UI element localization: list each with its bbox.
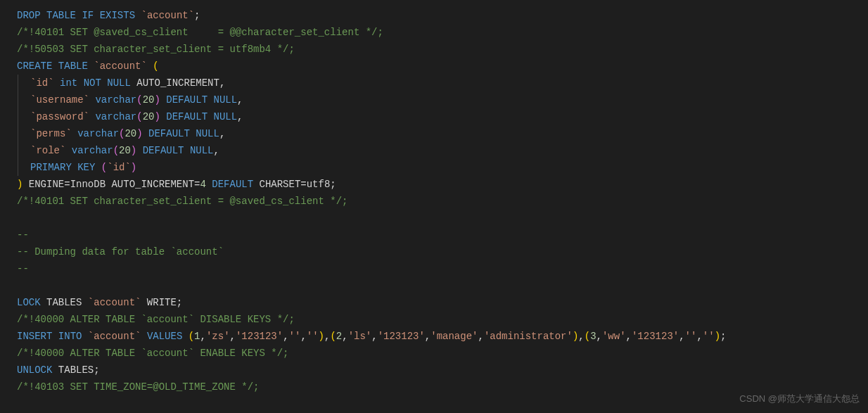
type-varchar: varchar — [95, 94, 136, 106]
auto-increment: AUTO_INCREMENT, — [131, 77, 225, 89]
keyword-values: VALUES — [147, 331, 182, 342]
comma: , — [478, 331, 483, 342]
column-id: `id` — [107, 162, 131, 173]
semicolon: ; — [720, 331, 726, 342]
string-value: '' — [307, 331, 319, 342]
keyword-insert: INSERT — [17, 331, 52, 342]
string-value: '123123' — [378, 331, 425, 342]
engine: ENGINE — [23, 179, 64, 190]
keyword-lock: LOCK — [17, 297, 41, 308]
tables: TABLES — [41, 297, 88, 308]
keyword-not: NOT — [84, 77, 101, 89]
equals: = — [64, 179, 70, 190]
keyword-null: NULL — [213, 94, 237, 106]
keyword-default: DEFAULT — [143, 145, 184, 156]
paren-open: ( — [182, 331, 194, 342]
comma: , — [596, 331, 602, 342]
code-line: `perms` varchar(20) DEFAULT NULL, — [18, 125, 851, 142]
string-value: '' — [703, 331, 715, 342]
keyword-exists: EXISTS — [100, 10, 135, 21]
charset: CHARSET — [253, 179, 300, 190]
code-line: ) ENGINE=InnoDB AUTO_INCREMENT=4 DEFAULT… — [17, 176, 851, 193]
code-line: /*!50503 SET character_set_client = utf8… — [17, 41, 851, 58]
comma: , — [342, 331, 347, 342]
code-line: PRIMARY KEY (`id`) — [18, 159, 851, 176]
keyword-unlock: UNLOCK — [17, 364, 52, 376]
keyword-if: IF — [82, 10, 94, 21]
paren-close: ) — [131, 145, 136, 156]
keyword-key: KEY — [77, 162, 95, 173]
number: 2 — [336, 331, 342, 342]
column-password: `password` — [30, 111, 89, 122]
innodb: InnoDB AUTO_INCREMENT — [70, 179, 194, 190]
paren-open: ( — [113, 145, 119, 156]
code-line: LOCK TABLES `account` WRITE; — [17, 294, 851, 311]
code-line: /*!40000 ALTER TABLE `account` ENABLE KE… — [17, 345, 851, 362]
code-line: -- — [17, 260, 851, 277]
string-value: 'administrator' — [484, 331, 573, 342]
code-line: `role` varchar(20) DEFAULT NULL, — [18, 142, 851, 159]
comment: -- Dumping data for table `account` — [17, 246, 224, 258]
comma: , — [214, 145, 219, 156]
paren-close: ) — [136, 128, 142, 139]
keyword-create: CREATE — [17, 61, 52, 72]
write: WRITE; — [141, 297, 182, 308]
number: 3 — [590, 331, 596, 342]
keyword-default: DEFAULT — [212, 179, 253, 190]
watermark: CSDN @师范大学通信大怨总 — [739, 390, 860, 407]
comment: /*!40000 ALTER TABLE `account` ENABLE KE… — [17, 348, 288, 359]
keyword-null: NULL — [190, 145, 214, 156]
identifier-account: `account` — [88, 331, 141, 342]
code-line: `username` varchar(20) DEFAULT NULL, — [18, 91, 851, 108]
comment: /*!40103 SET TIME_ZONE=@OLD_TIME_ZONE */… — [17, 381, 259, 393]
type-varchar: varchar — [72, 145, 113, 156]
keyword-default: DEFAULT — [166, 94, 208, 106]
code-line: `password` varchar(20) DEFAULT NULL, — [18, 108, 851, 125]
code-editor[interactable]: DROP TABLE IF EXISTS `account`; /*!40101… — [0, 7, 868, 395]
comma: , — [300, 331, 306, 342]
code-line: /*!40000 ALTER TABLE `account` DISABLE K… — [17, 311, 851, 328]
identifier-account: `account` — [94, 61, 147, 72]
paren-close: ) — [154, 94, 160, 106]
paren-open: ( — [585, 331, 590, 342]
comma: , — [237, 94, 243, 106]
comment: /*!50503 SET character_set_client = utf8… — [17, 44, 295, 55]
comment: /*!40101 SET @saved_cs_client = @@charac… — [17, 27, 383, 38]
keyword-primary: PRIMARY — [30, 162, 72, 173]
code-line: -- — [17, 227, 851, 243]
code-line: CREATE TABLE `account` ( — [17, 58, 851, 75]
string-value: '123123' — [236, 331, 283, 342]
comma: , — [200, 331, 206, 342]
code-line: -- Dumping data for table `account` — [17, 243, 851, 260]
code-line-empty — [17, 277, 851, 294]
code-line-empty — [17, 210, 851, 227]
string-value: '' — [289, 331, 301, 342]
equals: = — [300, 179, 306, 190]
comma: , — [219, 128, 225, 139]
number: 20 — [119, 145, 131, 156]
number: 4 — [200, 179, 205, 190]
paren-open: ( — [147, 61, 159, 72]
tables: TABLES; — [52, 364, 99, 376]
comma: , — [230, 331, 236, 342]
keyword-null: NULL — [107, 77, 131, 89]
keyword-table: TABLE — [46, 10, 76, 21]
number: 20 — [143, 94, 155, 106]
number: 1 — [194, 331, 200, 342]
comment: -- — [17, 229, 29, 241]
comma: , — [626, 331, 632, 342]
paren-close: ) — [154, 111, 160, 122]
identifier-account: `account` — [88, 297, 141, 308]
code-line: /*!40101 SET @saved_cs_client = @@charac… — [17, 24, 851, 41]
code-line: /*!40101 SET character_set_client = @sav… — [17, 193, 851, 210]
string-value: '123123' — [632, 331, 679, 342]
comma: , — [696, 331, 702, 342]
string-value: 'zs' — [206, 331, 230, 342]
paren-close: ) — [715, 331, 720, 342]
paren-open: ( — [95, 162, 107, 173]
paren-open: ( — [330, 331, 336, 342]
code-line: UNLOCK TABLES; — [17, 362, 851, 379]
comment: /*!40101 SET character_set_client = @sav… — [17, 196, 347, 207]
paren-open: ( — [136, 111, 142, 122]
string-value: 'ww' — [602, 331, 626, 342]
